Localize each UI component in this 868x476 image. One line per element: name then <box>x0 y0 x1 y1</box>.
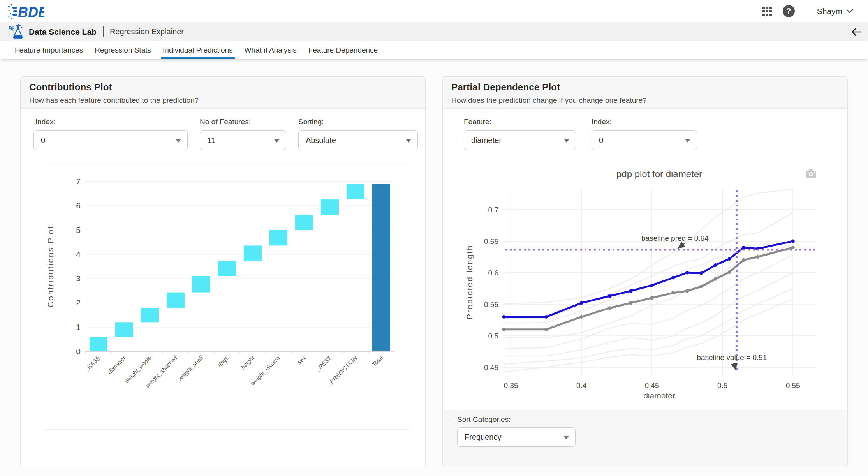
back-button[interactable] <box>850 26 863 40</box>
sort-categories-dropdown[interactable]: Frequency <box>457 427 576 447</box>
panel-subtitle: How has each feature contributed to the … <box>29 96 425 105</box>
user-menu[interactable]: Shaym <box>817 7 853 16</box>
tab-bar: Feature Importances Regression Stats Ind… <box>0 41 868 59</box>
caret-down-icon <box>406 139 411 143</box>
panel-title: Contributions Plot <box>29 82 425 93</box>
lab-flask-icon <box>8 23 25 41</box>
num-features-value: 11 <box>207 136 215 145</box>
svg-text:0.65: 0.65 <box>484 237 498 245</box>
caret-down-icon <box>685 139 690 143</box>
app-name: Data Science Lab <box>29 27 97 37</box>
svg-text:3: 3 <box>76 274 81 283</box>
svg-text:6: 6 <box>76 201 81 210</box>
feature-value: diameter <box>471 136 502 145</box>
contributions-waterfall-chart[interactable]: 01234567_BASEdiameterweight_wholeweight_… <box>44 165 410 430</box>
tab-regression-stats[interactable]: Regression Stats <box>95 41 151 59</box>
svg-text:height: height <box>239 354 256 371</box>
index-value: 0 <box>41 136 45 145</box>
feature-dropdown[interactable]: diameter <box>464 130 576 150</box>
contributions-panel: Contributions Plot How has each feature … <box>20 76 426 467</box>
caret-down-icon <box>564 139 569 143</box>
svg-text:baseline pred = 0.64: baseline pred = 0.64 <box>641 234 709 242</box>
svg-text:2: 2 <box>76 298 81 307</box>
sorting-label: Sorting: <box>298 118 324 126</box>
svg-text:1: 1 <box>76 323 81 331</box>
top-header: BDB ? Shaym <box>0 0 868 22</box>
svg-text:0.55: 0.55 <box>786 381 800 390</box>
svg-text:diameter: diameter <box>106 354 127 375</box>
feature-label: Feature: <box>464 118 491 126</box>
pdp-index-value: 0 <box>599 136 603 145</box>
svg-text:0.5: 0.5 <box>717 381 727 390</box>
svg-text:_BASE: _BASE <box>83 354 101 373</box>
header-divider <box>806 5 806 18</box>
svg-text:0.5: 0.5 <box>488 332 498 340</box>
svg-text:0.4: 0.4 <box>576 381 587 390</box>
panel-title: Partial Dependence Plot <box>451 82 847 93</box>
num-features-label: No of Features: <box>200 118 251 126</box>
index-dropdown[interactable]: 0 <box>33 130 188 150</box>
contributions-chart-box: 01234567_BASEdiameterweight_wholeweight_… <box>44 165 410 430</box>
pdp-index-dropdown[interactable]: 0 <box>592 130 697 150</box>
sort-categories-label: Sort Categories: <box>457 415 511 424</box>
pdp-panel-footer: Sort Categories: Frequency <box>443 410 847 467</box>
svg-text:4: 4 <box>76 250 81 259</box>
tab-individual-predictions[interactable]: Individual Predictions <box>163 41 233 59</box>
svg-text:0.7: 0.7 <box>488 206 498 214</box>
svg-text:Contributions Plot: Contributions Plot <box>46 226 55 308</box>
svg-text:5: 5 <box>76 226 81 234</box>
sorting-dropdown[interactable]: Absolute <box>298 130 418 150</box>
chevron-down-icon <box>846 9 853 13</box>
contributions-panel-header: Contributions Plot How has each feature … <box>21 77 425 109</box>
svg-text:pdp plot for diameter: pdp plot for diameter <box>616 169 702 179</box>
tab-feature-dependence[interactable]: Feature Dependence <box>308 41 378 59</box>
page-title: Regression Explainer <box>110 27 184 36</box>
logo-text: BDB <box>18 4 44 20</box>
caret-down-icon <box>176 139 181 143</box>
sorting-value: Absolute <box>306 136 336 145</box>
svg-text:rings: rings <box>216 354 230 368</box>
svg-text:0.45: 0.45 <box>645 381 659 390</box>
tab-what-if-analysis[interactable]: What if Analysis <box>245 41 297 59</box>
pdp-index-label: Index: <box>592 118 612 126</box>
svg-text:baseline value = 0.51: baseline value = 0.51 <box>697 353 767 361</box>
svg-text:0.35: 0.35 <box>504 381 518 390</box>
apps-grid-icon[interactable] <box>762 7 772 16</box>
svg-text:0.45: 0.45 <box>484 363 498 372</box>
user-name: Shaym <box>817 7 842 16</box>
sort-categories-value: Frequency <box>465 433 502 442</box>
svg-text:7: 7 <box>76 177 81 186</box>
num-features-dropdown[interactable]: 11 <box>200 130 286 150</box>
caret-down-icon <box>563 436 569 439</box>
pdp-panel: Partial Dependence Plot How does the pre… <box>442 76 848 467</box>
pdp-chart[interactable]: pdp plot for diameter0.450.50.550.60.650… <box>443 164 848 411</box>
title-divider <box>103 26 104 37</box>
tab-feature-importances[interactable]: Feature Importances <box>15 41 83 59</box>
panel-subtitle: How does the prediction change if you ch… <box>451 96 847 105</box>
app-header: Data Science Lab Regression Explainer <box>0 22 868 41</box>
svg-text:Predicted length: Predicted length <box>465 245 474 319</box>
svg-text:sex: sex <box>296 354 307 366</box>
bdb-logo: BDB <box>7 2 44 22</box>
help-icon[interactable]: ? <box>783 5 795 17</box>
svg-text:0.6: 0.6 <box>488 269 498 277</box>
svg-text:0.55: 0.55 <box>484 300 498 309</box>
svg-text:Total: Total <box>370 354 384 368</box>
svg-text:diameter: diameter <box>643 391 675 400</box>
pdp-panel-header: Partial Dependence Plot How does the pre… <box>443 77 847 109</box>
svg-text:_REST: _REST <box>314 354 333 373</box>
index-label: Index: <box>35 118 56 126</box>
svg-text:0: 0 <box>76 347 81 356</box>
caret-down-icon <box>274 139 280 143</box>
svg-text:weight_shell: weight_shell <box>177 354 204 382</box>
